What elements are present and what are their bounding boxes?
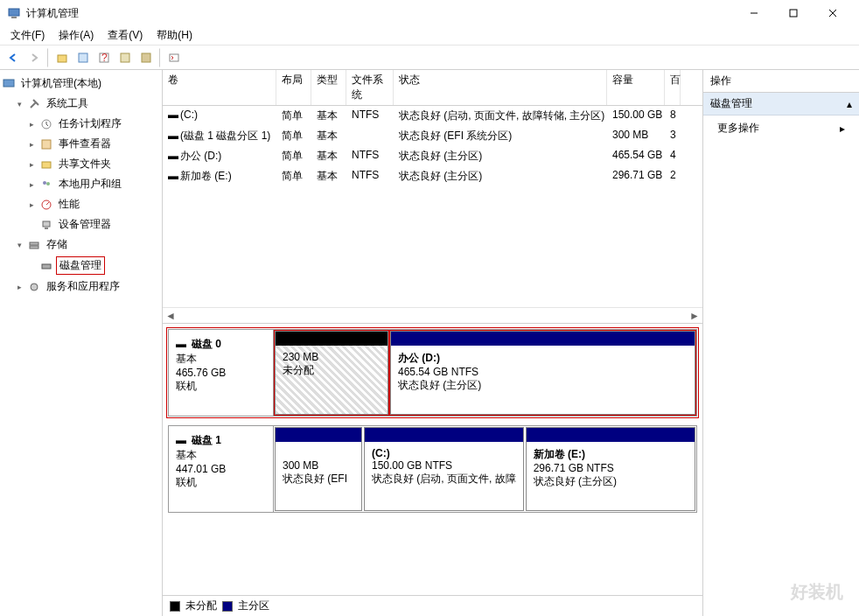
back-button[interactable] [3, 48, 23, 67]
tree-task-scheduler[interactable]: ▸任务计划程序 [2, 114, 160, 134]
expand-icon[interactable]: ▸ [14, 283, 24, 291]
minimize-button[interactable] [734, 0, 773, 26]
actions-section[interactable]: 磁盘管理 ▴ [703, 93, 859, 116]
col-type[interactable]: 类型 [311, 70, 346, 105]
legend-label: 主分区 [238, 598, 269, 613]
col-status[interactable]: 状态 [394, 70, 607, 105]
settings-button[interactable] [164, 48, 184, 67]
menubar: 文件(F) 操作(A) 查看(V) 帮助(H) [0, 26, 859, 46]
view-list-button[interactable] [115, 48, 135, 67]
menu-file[interactable]: 文件(F) [3, 26, 52, 45]
tree-local-users[interactable]: ▸本地用户和组 [2, 174, 160, 194]
col-capacity[interactable]: 容量 [607, 70, 665, 105]
scroll-left-icon[interactable]: ◄ [163, 310, 178, 322]
svg-rect-22 [30, 242, 38, 245]
refresh-button[interactable]: ? [94, 48, 114, 67]
forward-button[interactable] [24, 48, 44, 67]
close-button[interactable] [813, 0, 852, 26]
storage-icon [27, 238, 41, 252]
tree-device-manager[interactable]: 设备管理器 [2, 214, 160, 234]
list-row[interactable]: ▬办公 (D:)简单基本NTFS状态良好 (主分区)465.54 GB4 [163, 146, 702, 166]
tree-storage[interactable]: ▾存储 [2, 234, 160, 255]
properties-button[interactable] [73, 48, 93, 67]
actions-pane: 操作 磁盘管理 ▴ 更多操作 ▸ [703, 70, 859, 616]
list-body[interactable]: ▬(C:)简单基本NTFS状态良好 (启动, 页面文件, 故障转储, 主分区)1… [163, 106, 702, 307]
menu-help[interactable]: 帮助(H) [150, 26, 199, 45]
partition-header-black [276, 332, 388, 346]
list-row[interactable]: ▬(C:)简单基本NTFS状态良好 (启动, 页面文件, 故障转储, 主分区)1… [163, 106, 702, 126]
actions-header: 操作 [703, 70, 859, 93]
tree-disk-management[interactable]: 磁盘管理 [2, 255, 160, 276]
scroll-right-icon[interactable]: ► [687, 310, 702, 322]
tree-services-apps[interactable]: ▸服务和应用程序 [2, 276, 160, 297]
legend-swatch-primary [222, 601, 233, 612]
partition-header-navy [276, 428, 361, 442]
partition-header-navy [365, 428, 523, 442]
volume-icon: ▬ [168, 130, 180, 142]
volume-icon: ▬ [168, 170, 180, 182]
expand-icon[interactable]: ▸ [26, 200, 37, 209]
col-extra[interactable]: 百 [665, 70, 681, 105]
col-volume[interactable]: 卷 [163, 70, 276, 105]
expand-icon[interactable]: ▸ [26, 160, 37, 169]
window-title: 计算机管理 [26, 6, 79, 21]
users-icon [39, 178, 53, 192]
partition-header-navy [527, 428, 695, 442]
partition-unallocated[interactable]: 230 MB未分配 [275, 331, 388, 415]
collapse-icon[interactable]: ▾ [14, 241, 24, 249]
actions-more[interactable]: 更多操作 ▸ [703, 116, 859, 141]
tools-icon [27, 97, 41, 111]
col-layout[interactable]: 布局 [276, 70, 311, 105]
menu-action[interactable]: 操作(A) [52, 26, 101, 45]
tree-shared-folders[interactable]: ▸共享文件夹 [2, 154, 160, 174]
tree-root[interactable]: 计算机管理(本地) [2, 74, 160, 94]
device-icon [39, 218, 53, 232]
expand-icon[interactable]: ▸ [26, 120, 37, 129]
maximize-button[interactable] [773, 0, 813, 26]
tree-pane[interactable]: 计算机管理(本地) ▾ 系统工具 ▸任务计划程序 ▸事件查看器 ▸共享文件夹 ▸… [0, 70, 163, 616]
tree-performance[interactable]: ▸性能 [2, 194, 160, 214]
disk-row-0[interactable]: ▬磁盘 0 基本 465.76 GB 联机 230 MB未分配 办公 (D:)4… [168, 329, 697, 416]
volume-list: 卷 布局 类型 文件系统 状态 容量 百 ▬(C:)简单基本NTFS状态良好 (… [163, 70, 702, 324]
menu-view[interactable]: 查看(V) [101, 26, 150, 45]
svg-rect-3 [790, 10, 797, 17]
disk-icon [39, 259, 53, 273]
clock-icon [39, 117, 53, 131]
expand-icon[interactable]: ▸ [26, 180, 37, 189]
legend-label: 未分配 [185, 598, 217, 613]
up-button[interactable] [52, 48, 72, 67]
content-area: 计算机管理(本地) ▾ 系统工具 ▸任务计划程序 ▸事件查看器 ▸共享文件夹 ▸… [0, 70, 859, 616]
partition-efi[interactable]: 300 MB状态良好 (EFI [275, 427, 362, 511]
svg-rect-6 [58, 55, 66, 62]
toolbar-separator [47, 48, 49, 67]
collapse-icon[interactable]: ▾ [14, 100, 24, 108]
computer-icon [2, 77, 16, 91]
list-row[interactable]: ▬新加卷 (E:)简单基本NTFS状态良好 (主分区)296.71 GB2 [163, 166, 702, 186]
tree-system-tools[interactable]: ▾ 系统工具 [2, 94, 160, 114]
svg-rect-21 [45, 228, 48, 229]
partition-d[interactable]: 办公 (D:)465.54 GB NTFS状态良好 (主分区) [390, 331, 695, 415]
disk-row-1[interactable]: ▬磁盘 1 基本 447.01 GB 联机 300 MB状态良好 (EFI (C… [168, 425, 697, 513]
partition-e[interactable]: 新加卷 (E:)296.71 GB NTFS状态良好 (主分区) [526, 427, 695, 511]
list-row[interactable]: ▬(磁盘 1 磁盘分区 1)简单基本状态良好 (EFI 系统分区)300 MB3 [163, 126, 702, 146]
partitions: 300 MB状态良好 (EFI (C:)150.00 GB NTFS状态良好 (… [274, 426, 696, 512]
expand-icon[interactable]: ▸ [26, 140, 37, 149]
log-icon [39, 137, 53, 151]
app-icon [7, 6, 21, 20]
horizontal-scrollbar[interactable]: ◄► [163, 307, 702, 323]
gear-icon [27, 280, 41, 294]
svg-rect-1 [11, 17, 17, 18]
col-filesystem[interactable]: 文件系统 [346, 70, 394, 105]
partition-c[interactable]: (C:)150.00 GB NTFS状态良好 (启动, 页面文件, 故障 [364, 427, 524, 511]
partition-header-navy [391, 332, 695, 346]
svg-rect-13 [3, 80, 14, 87]
svg-point-25 [31, 284, 38, 290]
svg-rect-24 [42, 264, 51, 269]
svg-rect-20 [43, 221, 50, 227]
volume-icon: ▬ [168, 150, 180, 162]
view-details-button[interactable] [136, 48, 156, 67]
disk-info: ▬磁盘 0 基本 465.76 GB 联机 [169, 330, 274, 416]
tree-event-viewer[interactable]: ▸事件查看器 [2, 134, 160, 154]
svg-rect-11 [142, 53, 150, 62]
legend-swatch-unallocated [170, 601, 180, 612]
